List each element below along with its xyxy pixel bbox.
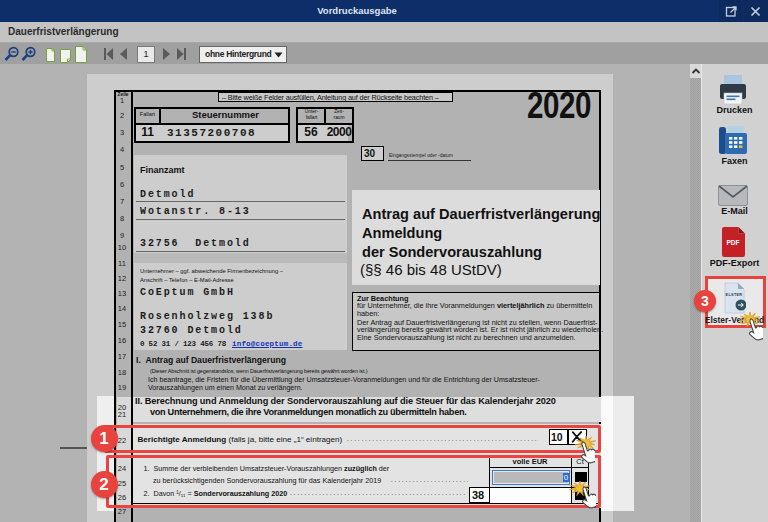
- svg-text:PDF: PDF: [727, 239, 740, 246]
- svg-text:ELSTER: ELSTER: [726, 293, 743, 297]
